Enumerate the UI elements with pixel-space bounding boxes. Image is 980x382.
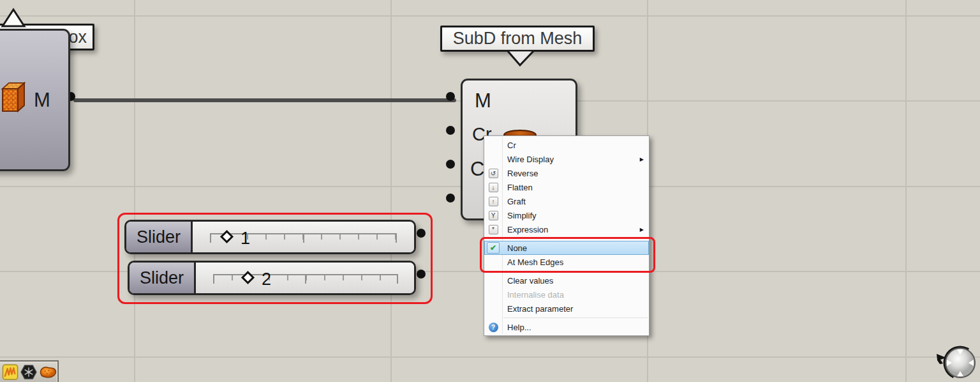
annotation-box-menu bbox=[480, 237, 655, 273]
annotation-box-sliders bbox=[117, 213, 433, 304]
grid-line-vertical bbox=[390, 0, 392, 382]
expression-icon: * bbox=[489, 225, 498, 234]
reverse-icon: ↺ bbox=[489, 169, 498, 178]
grid-line-horizontal bbox=[0, 356, 980, 358]
subd-input-label-m: M bbox=[475, 89, 491, 112]
navigation-ball[interactable] bbox=[935, 344, 979, 382]
menu-item-param-name[interactable]: Cr bbox=[484, 138, 649, 152]
grasshopper-canvas[interactable]: ox M SubD from Mesh M Cr C bbox=[0, 0, 980, 382]
subd-input-label-c: C bbox=[470, 158, 484, 181]
mesh-box-tooltip-label: ox bbox=[68, 27, 87, 47]
menu-item-help[interactable]: ? Help... bbox=[484, 320, 649, 334]
tooltip-pointer-up bbox=[0, 7, 28, 27]
menu-separator bbox=[484, 316, 649, 320]
grid-line-vertical bbox=[905, 0, 907, 382]
subd-input-port-c[interactable] bbox=[446, 160, 455, 169]
menu-item-expression[interactable]: * Expression ▶ bbox=[484, 222, 649, 236]
subd-input-port[interactable] bbox=[446, 194, 455, 202]
menu-item-internalise-data: Internalise data bbox=[484, 287, 649, 302]
wire-connection[interactable] bbox=[73, 98, 456, 102]
grid-line-horizontal bbox=[0, 15, 980, 17]
menu-item-flatten[interactable]: ↓ Flatten bbox=[484, 180, 649, 194]
subd-input-port-cr[interactable] bbox=[446, 126, 455, 135]
subd-input-port-m[interactable] bbox=[446, 92, 455, 101]
menu-item-graft[interactable]: ↑ Graft bbox=[484, 194, 649, 208]
solver-frozen-icon[interactable] bbox=[20, 363, 38, 381]
context-menu: Cr Wire Display ▶ ↺ Reverse ↓ Flatten ↑ … bbox=[484, 135, 650, 336]
flatten-icon: ↓ bbox=[489, 183, 498, 192]
submenu-arrow-icon: ▶ bbox=[640, 157, 649, 162]
menu-item-simplify[interactable]: Y Simplify bbox=[484, 208, 649, 222]
subd-tooltip-label: SubD from Mesh bbox=[453, 29, 583, 49]
subd-tooltip: SubD from Mesh bbox=[440, 26, 595, 52]
grid-line-vertical bbox=[134, 0, 135, 382]
menu-item-clear-values[interactable]: Clear values bbox=[484, 273, 649, 287]
menu-item-reverse[interactable]: ↺ Reverse bbox=[484, 166, 649, 180]
help-icon: ? bbox=[489, 323, 498, 332]
mesh-box-icon bbox=[0, 81, 26, 117]
mesh-box-output-label: M bbox=[34, 89, 50, 112]
submenu-arrow-icon: ▶ bbox=[640, 227, 649, 233]
menu-item-wire-display[interactable]: Wire Display ▶ bbox=[484, 152, 649, 166]
menu-item-extract-parameter[interactable]: Extract parameter bbox=[484, 302, 649, 316]
graft-icon: ↑ bbox=[489, 197, 498, 206]
tooltip-pointer-down bbox=[505, 50, 536, 67]
canvas-toolbar bbox=[0, 360, 59, 382]
sketch-icon[interactable] bbox=[2, 363, 19, 381]
simplify-icon: Y bbox=[489, 211, 498, 220]
preview-mesh-icon[interactable] bbox=[39, 363, 57, 381]
